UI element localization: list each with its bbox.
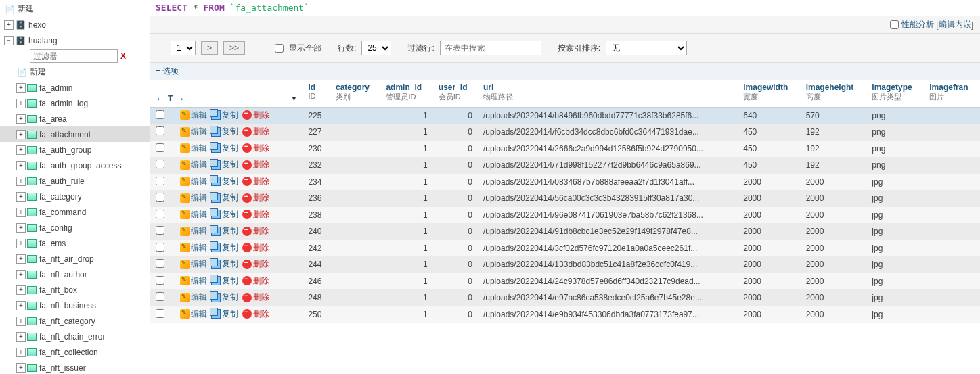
cell-admin-id[interactable]: 1 (380, 273, 432, 290)
copy-button[interactable]: 复制 (211, 159, 238, 170)
filter-rows-input[interactable] (440, 41, 541, 55)
tree-item-table[interactable]: +fa_config (0, 220, 150, 235)
table-row[interactable]: 编辑复制删除25010/uploads/20220414/e9b934f4533… (150, 306, 980, 323)
edit-button[interactable]: 编辑 (180, 176, 207, 187)
expand-icon[interactable]: + (16, 130, 26, 139)
cell-url[interactable]: /uploads/20220414/e97ac86ca538edce0cf25a… (478, 289, 738, 306)
table-row[interactable]: 编辑复制删除23010/uploads/20220414/2666c2a9d99… (150, 141, 980, 158)
expand-icon[interactable]: + (16, 114, 26, 124)
cell-url[interactable]: /uploads/20220414/b8496fb960dbdd77771c38… (478, 107, 738, 124)
cell-imagetype[interactable]: jpg (866, 190, 924, 207)
table-row[interactable]: 编辑复制删除22510/uploads/20220414/b8496fb960d… (150, 107, 980, 124)
table-row[interactable]: 编辑复制删除23610/uploads/20220414/56ca00c3c3c… (150, 190, 980, 207)
copy-button[interactable]: 复制 (211, 110, 238, 121)
tree-item-table[interactable]: +fa_command (0, 204, 150, 220)
cell-category[interactable] (330, 306, 380, 323)
cell-url[interactable]: /uploads/20220414/0834687b7b888afeeaa2f7… (478, 174, 738, 191)
cell-url[interactable]: /uploads/20220414/f6cbd34dcc8dbc6bfd0c36… (478, 124, 738, 141)
cell-imagewidth[interactable]: 450 (738, 124, 800, 141)
edit-button[interactable]: 编辑 (180, 242, 207, 254)
last-page-button[interactable]: >> (223, 41, 245, 55)
cell-imageframes[interactable] (924, 273, 980, 290)
cell-imagewidth[interactable]: 2000 (738, 306, 800, 323)
table-row[interactable]: 编辑复制删除24810/uploads/20220414/e97ac86ca53… (150, 289, 980, 306)
cell-imageheight[interactable]: 2000 (801, 289, 867, 306)
tree-item-table[interactable]: +fa_ems (0, 235, 150, 251)
col-category[interactable]: category类别 (330, 80, 380, 107)
delete-button[interactable]: 删除 (242, 225, 269, 237)
cell-imagewidth[interactable]: 2000 (738, 190, 800, 207)
cell-user-id[interactable]: 0 (433, 256, 478, 273)
cell-imageframes[interactable] (924, 240, 980, 257)
cell-imageheight[interactable]: 2000 (801, 190, 867, 207)
col-imageheight[interactable]: imageheight高度 (801, 80, 867, 107)
cell-admin-id[interactable]: 1 (380, 306, 432, 323)
row-checkbox[interactable] (156, 276, 164, 285)
cell-admin-id[interactable]: 1 (380, 256, 432, 273)
cell-category[interactable] (330, 289, 380, 306)
cell-category[interactable] (330, 223, 380, 240)
expand-icon[interactable]: + (16, 223, 26, 233)
cell-imageframes[interactable] (924, 107, 980, 124)
copy-button[interactable]: 复制 (211, 176, 238, 187)
edit-button[interactable]: 编辑 (180, 275, 207, 287)
copy-button[interactable]: 复制 (211, 308, 238, 320)
copy-button[interactable]: 复制 (211, 258, 238, 270)
cell-user-id[interactable]: 0 (433, 207, 478, 224)
cell-imagewidth[interactable]: 450 (738, 141, 800, 158)
cell-imageheight[interactable]: 2000 (801, 223, 867, 240)
table-row[interactable]: 编辑复制删除22710/uploads/20220414/f6cbd34dcc8… (150, 124, 980, 141)
expand-icon[interactable]: + (16, 363, 26, 373)
table-row[interactable]: 编辑复制删除24010/uploads/20220414/91db8cbc1e3… (150, 223, 980, 240)
table-row[interactable]: 编辑复制删除24410/uploads/20220414/133dbd83bdc… (150, 256, 980, 273)
cell-category[interactable] (330, 107, 380, 124)
delete-button[interactable]: 删除 (242, 192, 269, 204)
delete-button[interactable]: 删除 (242, 159, 269, 170)
delete-button[interactable]: 删除 (242, 258, 269, 270)
edit-button[interactable]: 编辑 (180, 291, 207, 303)
profiling-checkbox[interactable] (890, 20, 899, 29)
cell-user-id[interactable]: 0 (433, 273, 478, 290)
cell-url[interactable]: /uploads/20220414/133dbd83bdc51c41a8f2e3… (478, 256, 738, 273)
edit-button[interactable]: 编辑 (180, 159, 207, 170)
cell-imageheight[interactable]: 570 (801, 107, 867, 124)
delete-button[interactable]: 删除 (242, 275, 269, 287)
row-checkbox[interactable] (156, 259, 164, 268)
cell-id[interactable]: 232 (303, 157, 330, 174)
cell-admin-id[interactable]: 1 (380, 107, 432, 124)
cell-imageheight[interactable]: 2000 (801, 273, 867, 290)
cell-url[interactable]: /uploads/20220414/56ca00c3c3c3b43283915f… (478, 190, 738, 207)
cell-user-id[interactable]: 0 (433, 174, 478, 191)
col-imagewidth[interactable]: imagewidth宽度 (738, 80, 800, 107)
cell-id[interactable]: 238 (303, 207, 330, 224)
next-page-button[interactable]: > (201, 41, 218, 55)
cell-admin-id[interactable]: 1 (380, 289, 432, 306)
cell-user-id[interactable]: 0 (433, 107, 478, 124)
cell-imagetype[interactable]: jpg (866, 273, 924, 290)
delete-button[interactable]: 删除 (242, 291, 269, 303)
cell-url[interactable]: /uploads/20220414/2666c2a9d994d12586f5b9… (478, 141, 738, 158)
clear-filter-icon[interactable]: X (120, 51, 126, 61)
cell-imagewidth[interactable]: 2000 (738, 273, 800, 290)
row-checkbox[interactable] (156, 226, 164, 235)
cell-imagewidth[interactable]: 2000 (738, 256, 800, 273)
delete-button[interactable]: 删除 (242, 176, 269, 187)
expand-icon[interactable]: + (16, 332, 26, 342)
expand-icon[interactable]: + (16, 317, 26, 326)
cell-imagewidth[interactable]: 2000 (738, 240, 800, 257)
options-toggle[interactable]: + 选项 (150, 63, 980, 80)
cell-id[interactable]: 225 (303, 107, 330, 124)
cell-url[interactable]: /uploads/20220414/24c9378d57e86d6ff340d2… (478, 273, 738, 290)
page-select[interactable]: 1 (171, 41, 196, 55)
cell-imagetype[interactable]: jpg (866, 306, 924, 323)
tree-item-table[interactable]: +fa_nft_category (0, 313, 150, 329)
copy-button[interactable]: 复制 (211, 242, 238, 254)
tree-item-db-hualang[interactable]: − hualang (0, 32, 150, 48)
row-checkbox[interactable] (156, 126, 164, 135)
sort-indicator-icon[interactable]: ▼ (290, 95, 297, 102)
cell-user-id[interactable]: 0 (433, 124, 478, 141)
cell-imageframes[interactable] (924, 223, 980, 240)
tree-item-table[interactable]: +fa_auth_group (0, 142, 150, 158)
delete-button[interactable]: 删除 (242, 308, 269, 320)
cell-imageheight[interactable]: 192 (801, 157, 867, 174)
